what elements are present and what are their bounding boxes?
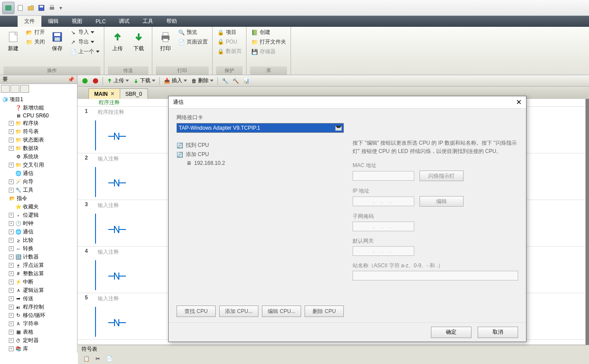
tree-node[interactable]: +▦表格 [1, 328, 76, 336]
panel-tab-2[interactable] [11, 85, 19, 93]
add-cpu-node[interactable]: 🔄添加 CPU [177, 150, 344, 159]
expand-icon[interactable]: + [9, 238, 14, 243]
bs-icon-3[interactable]: 📄 [104, 354, 114, 364]
tb-icon-2[interactable]: 🔨 [231, 76, 240, 86]
tree-node[interactable]: +🔢计数器 [1, 253, 76, 261]
tree-node[interactable]: +⏱定时器 [1, 336, 76, 345]
menu-file[interactable]: 文件 [18, 16, 41, 27]
station-field[interactable] [353, 271, 518, 280]
ribbon-upload-button[interactable]: 上传 [108, 28, 127, 54]
qat-save-icon[interactable] [37, 3, 46, 13]
bs-icon-2[interactable]: ✂ [93, 354, 103, 364]
dialog-close-button[interactable]: ✕ [516, 98, 522, 106]
project-tree[interactable]: 🧊项目1 ❓新增功能🖥CPU SR60+📁程序块+📁符号表+📁状态图表+📁数据块… [0, 94, 77, 353]
qat-open-icon[interactable] [26, 3, 36, 13]
tree-node[interactable]: ❓新增功能 [1, 104, 76, 112]
expand-icon[interactable]: + [9, 229, 14, 234]
tree-node[interactable]: 📂指令 [1, 194, 76, 203]
expand-icon[interactable]: + [9, 296, 14, 301]
expand-icon[interactable]: + [9, 221, 14, 226]
tb-download-button[interactable]: 下载 [132, 77, 157, 84]
qat-print-icon[interactable] [47, 3, 57, 13]
expand-icon[interactable]: + [9, 129, 14, 134]
program-comment[interactable]: 程序注释 [95, 99, 120, 106]
symbol-table-tab[interactable]: 符号表 [81, 346, 97, 353]
expand-icon[interactable]: + [9, 330, 14, 335]
menu-tools[interactable]: 工具 [136, 16, 160, 27]
tab-sbr0[interactable]: SBR_0 [120, 88, 148, 99]
subnet-field[interactable]: . . . [353, 222, 414, 231]
tree-node[interactable]: +📁程序块 [1, 119, 76, 127]
ribbon-prev-button[interactable]: 📄上一个 [69, 47, 100, 56]
tree-node[interactable]: +↻移位/循环 [1, 311, 76, 320]
ribbon-pou-button[interactable]: 🔒POU [216, 38, 243, 46]
edit-cpu-button[interactable]: 编辑 CPU... [262, 306, 301, 317]
ribbon-download-button[interactable]: 下载 [129, 28, 148, 54]
tree-node[interactable]: +🌐通信 [1, 228, 76, 236]
expand-icon[interactable]: + [9, 188, 14, 193]
cpu-ip-node[interactable]: 🖥192.168.10.2 [177, 159, 344, 167]
tree-node[interactable]: +🪄向导 [1, 178, 76, 186]
tree-node[interactable]: +≥比较 [1, 236, 76, 244]
menu-edit[interactable]: 编辑 [41, 16, 65, 27]
tb-insert-button[interactable]: 📥插入 [162, 77, 189, 84]
ribbon-project-button[interactable]: 🔒项目 [216, 28, 243, 36]
expand-icon[interactable]: + [9, 246, 14, 251]
tree-node[interactable]: 🌐通信 [1, 169, 76, 178]
ribbon-import-button[interactable]: ↘导入 [69, 28, 100, 36]
ribbon-open-button[interactable]: 📂打开 [25, 28, 46, 36]
tree-node[interactable]: +⏯程序控制 [1, 303, 76, 311]
panel-tab-1[interactable] [1, 85, 10, 93]
tree-node[interactable]: +▫位逻辑 [1, 211, 76, 219]
qat-dropdown-icon[interactable]: ▾ [58, 5, 64, 11]
tb-icon-3[interactable]: 📊 [241, 76, 251, 86]
tree-node[interactable]: 🖥CPU SR60 [1, 112, 76, 119]
ribbon-new-button[interactable]: 新建 [4, 28, 23, 54]
tree-node[interactable]: +⚡中断 [1, 278, 76, 286]
mac-field[interactable] [353, 171, 414, 181]
nic-select[interactable]: TAP-Windows Adapter V9.TCPIP.1 [177, 123, 344, 133]
qat-new-icon[interactable] [15, 3, 25, 13]
tree-node[interactable]: +∧逻辑运算 [1, 286, 76, 295]
ribbon-save-button[interactable]: 保存 [48, 28, 67, 54]
ribbon-memory-button[interactable]: 💾存储器 [250, 47, 287, 56]
ribbon-openfolder-button[interactable]: 📁打开文件夹 [250, 38, 287, 46]
tree-node[interactable]: +＃整数运算 [1, 269, 76, 278]
edit-button[interactable]: 编辑 [420, 196, 464, 207]
delete-cpu-button[interactable]: 删除 CPU [305, 306, 344, 317]
ribbon-export-button[interactable]: ↗导出 [69, 38, 100, 46]
stop-icon[interactable] [91, 76, 100, 86]
run-icon[interactable] [80, 76, 90, 86]
ok-button[interactable]: 确定 [431, 327, 471, 338]
app-menu-button[interactable] [2, 2, 15, 14]
flash-led-button[interactable]: 闪烁指示灯 [420, 171, 464, 181]
menu-view[interactable]: 视图 [65, 16, 89, 27]
expand-icon[interactable]: + [9, 179, 14, 184]
expand-icon[interactable]: + [9, 288, 14, 293]
find-cpu-node[interactable]: 🔄找到 CPU [177, 141, 344, 150]
panel-tab-3[interactable] [20, 85, 29, 93]
expand-icon[interactable]: + [9, 280, 14, 284]
tree-node[interactable]: +➡传送 [1, 295, 76, 303]
tree-node[interactable]: +🔧工具 [1, 186, 76, 194]
expand-icon[interactable]: + [9, 305, 14, 309]
tree-node[interactable]: +±浮点运算 [1, 261, 76, 269]
tree-node[interactable]: +📁交叉引用 [1, 161, 76, 169]
tree-node[interactable]: +Ａ字符串 [1, 320, 76, 328]
tb-delete-button[interactable]: 🗑删除 [190, 77, 215, 84]
expand-icon[interactable]: + [9, 213, 14, 218]
expand-icon[interactable]: + [9, 313, 14, 318]
tb-icon-1[interactable]: 🔧 [220, 76, 230, 86]
ribbon-datapage-button[interactable]: 🔒数据页 [216, 47, 243, 55]
menu-help[interactable]: 帮助 [160, 16, 184, 27]
expand-icon[interactable]: + [9, 338, 14, 343]
tree-node[interactable]: ⚙系统块 [1, 153, 76, 161]
expand-icon[interactable]: + [9, 163, 14, 167]
expand-icon[interactable]: + [9, 121, 14, 126]
menu-plc[interactable]: PLC [89, 16, 112, 27]
expand-icon[interactable]: + [9, 146, 14, 151]
expand-icon[interactable]: + [9, 255, 14, 259]
pin-icon[interactable]: 📌 [68, 76, 74, 83]
cancel-button[interactable]: 取消 [478, 327, 518, 338]
ribbon-create-button[interactable]: 📗创建 [250, 28, 287, 36]
